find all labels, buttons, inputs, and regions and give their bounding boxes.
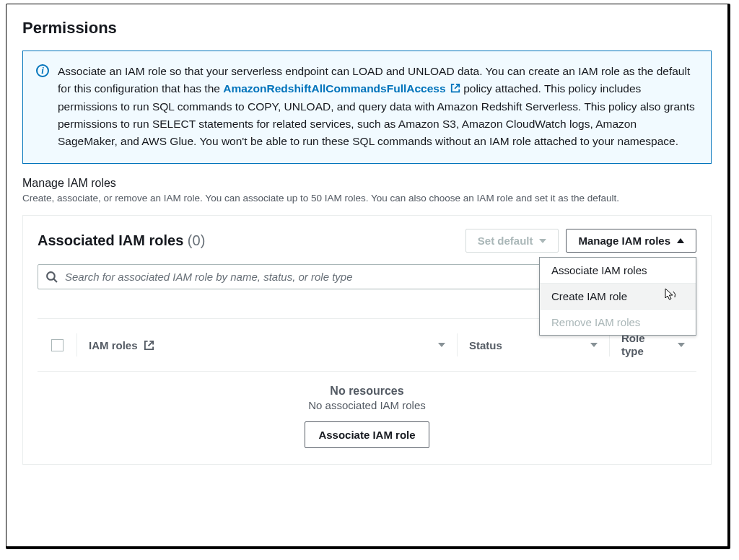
policy-link[interactable]: AmazonRedshiftAllCommandsFullAccess bbox=[223, 82, 463, 95]
info-icon: i bbox=[36, 64, 49, 77]
column-iam-roles[interactable]: IAM roles bbox=[77, 339, 457, 351]
dropdown-remove-iam-roles: Remove IAM roles bbox=[540, 309, 696, 335]
caret-down-icon bbox=[539, 239, 546, 243]
column-role-type[interactable]: Role type bbox=[610, 332, 696, 358]
external-link-icon bbox=[144, 340, 154, 351]
sort-icon bbox=[678, 343, 685, 347]
inner-title: Associated IAM roles (0) bbox=[38, 232, 205, 249]
sort-icon bbox=[590, 343, 598, 347]
inner-title-text: Associated IAM roles bbox=[38, 232, 183, 248]
header-actions: Set default Manage IAM roles bbox=[465, 229, 696, 253]
svg-point-0 bbox=[47, 272, 55, 280]
search-icon bbox=[45, 271, 58, 283]
external-link-icon bbox=[450, 81, 460, 98]
dropdown-create-iam-role[interactable]: Create IAM role bbox=[540, 283, 696, 309]
column-role-type-label: Role type bbox=[621, 332, 669, 358]
dropdown-create-label: Create IAM role bbox=[551, 290, 627, 302]
section-title: Permissions bbox=[22, 19, 712, 38]
select-all-checkbox[interactable] bbox=[51, 339, 64, 351]
info-alert: i Associate an IAM role so that your ser… bbox=[22, 51, 712, 164]
empty-subtitle: No associated IAM roles bbox=[38, 399, 696, 411]
empty-title: No resources bbox=[38, 385, 696, 398]
policy-link-label: AmazonRedshiftAllCommandsFullAccess bbox=[223, 82, 445, 95]
empty-state: No resources No associated IAM roles Ass… bbox=[38, 372, 696, 448]
manage-iam-roles-button[interactable]: Manage IAM roles bbox=[566, 229, 696, 253]
roles-count: (0) bbox=[188, 232, 205, 248]
set-default-button[interactable]: Set default bbox=[465, 229, 559, 253]
associate-iam-role-button[interactable]: Associate IAM role bbox=[305, 421, 429, 448]
set-default-label: Set default bbox=[478, 235, 533, 247]
info-text: Associate an IAM role so that your serve… bbox=[58, 63, 698, 150]
permissions-panel: Permissions i Associate an IAM role so t… bbox=[6, 4, 730, 549]
associated-roles-card: Associated IAM roles (0) Set default Man… bbox=[22, 215, 712, 465]
manage-roles-dropdown: Associate IAM roles Create IAM role Remo… bbox=[539, 257, 696, 336]
manage-description: Create, associate, or remove an IAM role… bbox=[22, 193, 712, 204]
caret-up-icon bbox=[677, 238, 684, 243]
select-all-column bbox=[38, 339, 76, 351]
manage-iam-roles-label: Manage IAM roles bbox=[578, 235, 670, 247]
inner-header: Associated IAM roles (0) Set default Man… bbox=[38, 229, 696, 253]
manage-heading: Manage IAM roles bbox=[22, 177, 712, 190]
sort-icon bbox=[438, 343, 445, 347]
cursor-icon bbox=[665, 288, 677, 305]
column-iam-roles-label: IAM roles bbox=[89, 339, 138, 351]
column-status-label: Status bbox=[469, 339, 502, 351]
dropdown-associate-iam-roles[interactable]: Associate IAM roles bbox=[540, 258, 696, 283]
column-status[interactable]: Status bbox=[458, 339, 609, 351]
